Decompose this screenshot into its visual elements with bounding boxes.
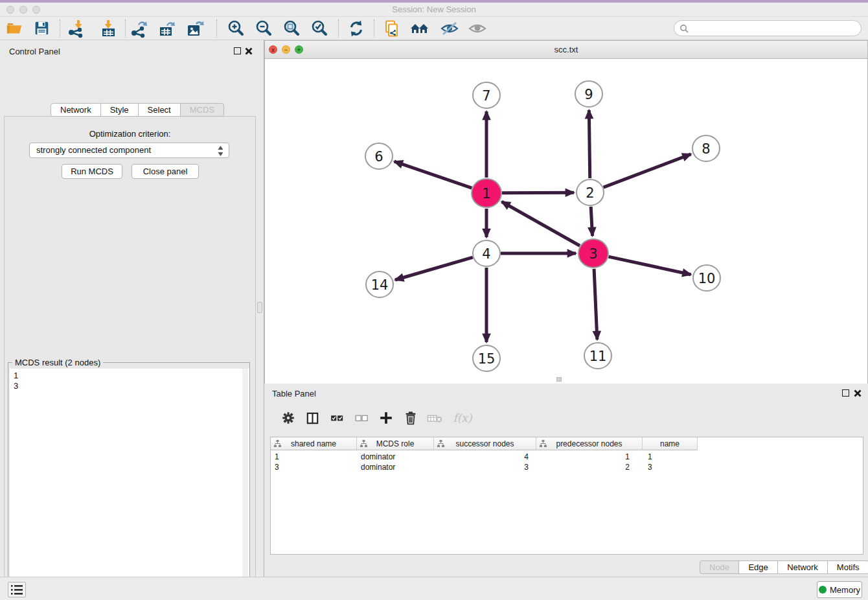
close-panel-icon[interactable] <box>245 47 253 55</box>
table-cell[interactable]: 3 <box>271 462 357 472</box>
criterion-dropdown[interactable]: strongly connected component <box>29 143 229 158</box>
maximize-window-button[interactable] <box>32 6 40 14</box>
table-cell[interactable]: 3 <box>643 462 698 472</box>
edge-2-to-9[interactable] <box>589 110 589 178</box>
table-cell[interactable]: 1 <box>536 452 643 462</box>
apply-function-icon[interactable]: f(x) <box>450 408 475 428</box>
svg-text:1: 1 <box>482 186 490 202</box>
tab-network[interactable]: Network <box>51 103 101 117</box>
table-close-icon[interactable] <box>854 389 862 397</box>
run-mcds-button[interactable]: Run MCDS <box>62 164 122 179</box>
hide-selected-icon[interactable] <box>439 18 461 39</box>
edge-3-to-10[interactable] <box>608 257 691 275</box>
search-input[interactable] <box>691 21 856 35</box>
table-cell[interactable]: 4 <box>434 452 536 462</box>
table-cell[interactable]: 3 <box>434 462 536 472</box>
column-header-successor-nodes[interactable]: successor nodes <box>434 437 536 450</box>
splitter-grip[interactable] <box>257 302 262 313</box>
graph-node-3[interactable]: 3 <box>578 239 608 268</box>
tab-edge-table[interactable]: Edge Table <box>739 560 778 574</box>
column-header-shared-name[interactable]: shared name <box>271 437 357 450</box>
tab-mcds[interactable]: MCDS <box>181 103 224 117</box>
import-table-icon[interactable] <box>97 18 119 39</box>
table-cell[interactable]: 1 <box>271 452 357 462</box>
table-row[interactable]: 3dominator323 <box>271 462 863 472</box>
graph-node-10[interactable]: 10 <box>693 265 720 291</box>
tab-style[interactable]: Style <box>101 103 139 117</box>
tab-motifs[interactable]: Motifs <box>828 560 868 574</box>
graph-node-7[interactable]: 7 <box>473 82 500 108</box>
tab-node-table[interactable]: Node Table <box>700 560 739 574</box>
tab-network-table[interactable]: Network Table <box>778 560 828 574</box>
tab-select[interactable]: Select <box>139 103 181 117</box>
first-neighbors-icon[interactable] <box>409 18 431 39</box>
network-close-button[interactable]: x <box>269 45 277 54</box>
delete-rows-trash-icon[interactable] <box>401 408 420 428</box>
edge-4-to-14[interactable] <box>395 257 473 280</box>
memory-button[interactable]: Memory <box>817 581 862 598</box>
search-field[interactable] <box>674 20 862 36</box>
minimize-window-button[interactable] <box>19 6 27 14</box>
svg-text:10: 10 <box>698 271 716 286</box>
edge-2-to-8[interactable] <box>604 154 691 187</box>
delete-column-icon[interactable] <box>425 408 444 428</box>
graph-node-2[interactable]: 2 <box>577 179 604 205</box>
task-list-icon <box>11 585 23 595</box>
show-all-icon[interactable] <box>466 18 488 39</box>
graph-node-1[interactable]: 1 <box>472 179 501 207</box>
edge-1-to-6[interactable] <box>394 161 472 188</box>
close-window-button[interactable] <box>6 6 14 14</box>
column-header-name[interactable]: name <box>643 437 698 450</box>
task-history-button[interactable] <box>8 582 26 597</box>
edge-1-to-2[interactable] <box>502 192 574 193</box>
graph-node-4[interactable]: 4 <box>473 240 500 266</box>
close-panel-button[interactable]: Close panel <box>131 164 199 179</box>
node-table: shared nameMCDS rolesuccessor nodesprede… <box>270 437 863 555</box>
zoom-selected-icon[interactable] <box>308 18 330 39</box>
zoom-out-icon[interactable] <box>253 18 275 39</box>
open-file-icon[interactable] <box>3 18 25 39</box>
table-cell[interactable]: dominator <box>357 462 434 472</box>
graph-node-8[interactable]: 8 <box>692 135 720 161</box>
float-panel-icon[interactable] <box>234 47 241 54</box>
network-graph[interactable]: 7968124314101511 <box>265 59 867 384</box>
table-settings-gear-icon[interactable] <box>279 408 298 428</box>
edge-3-to-1[interactable] <box>502 202 580 246</box>
column-header-mcds-role[interactable]: MCDS role <box>357 437 434 450</box>
svg-text:7: 7 <box>482 88 490 104</box>
zoom-in-icon[interactable] <box>225 18 247 39</box>
network-maximize-button[interactable]: + <box>295 45 303 54</box>
select-all-rows-icon[interactable] <box>327 408 347 428</box>
table-row[interactable]: 1dominator411 <box>271 452 863 462</box>
export-table-icon[interactable] <box>155 18 177 39</box>
edge-2-to-3[interactable] <box>591 207 592 236</box>
save-session-icon[interactable] <box>30 18 52 39</box>
table-cell[interactable]: 2 <box>536 462 643 472</box>
graph-node-9[interactable]: 9 <box>575 81 602 107</box>
mcds-result-scrollbar[interactable] <box>242 369 248 600</box>
graph-node-11[interactable]: 11 <box>584 343 611 369</box>
network-window-titlebar[interactable]: x − + scc.txt <box>265 41 867 59</box>
graph-node-6[interactable]: 6 <box>365 143 393 169</box>
graph-node-15[interactable]: 15 <box>473 345 500 371</box>
graph-node-14[interactable]: 14 <box>366 271 393 297</box>
add-column-icon[interactable] <box>376 408 396 428</box>
edge-3-to-11[interactable] <box>594 269 597 340</box>
export-image-icon[interactable] <box>184 18 206 39</box>
column-view-icon[interactable] <box>303 408 322 428</box>
mcds-result-list[interactable]: 13 <box>10 369 249 600</box>
table-panel-title: Table Panel <box>272 389 316 398</box>
import-network-icon[interactable] <box>65 18 87 39</box>
column-header-predecessor-nodes[interactable]: predecessor nodes <box>536 437 643 450</box>
export-network-icon[interactable] <box>128 18 150 39</box>
table-cell[interactable]: 1 <box>643 452 698 462</box>
fit-content-icon[interactable] <box>280 18 303 39</box>
network-minimize-button[interactable]: − <box>282 45 290 54</box>
table-float-icon[interactable] <box>842 389 849 397</box>
refresh-view-icon[interactable] <box>345 18 367 39</box>
deselect-all-rows-icon[interactable] <box>352 408 371 428</box>
network-canvas[interactable]: 7968124314101511 <box>265 59 867 384</box>
clone-network-icon[interactable] <box>381 18 403 39</box>
table-cell[interactable]: dominator <box>357 452 434 462</box>
network-scrollbar-grip[interactable] <box>556 377 562 382</box>
